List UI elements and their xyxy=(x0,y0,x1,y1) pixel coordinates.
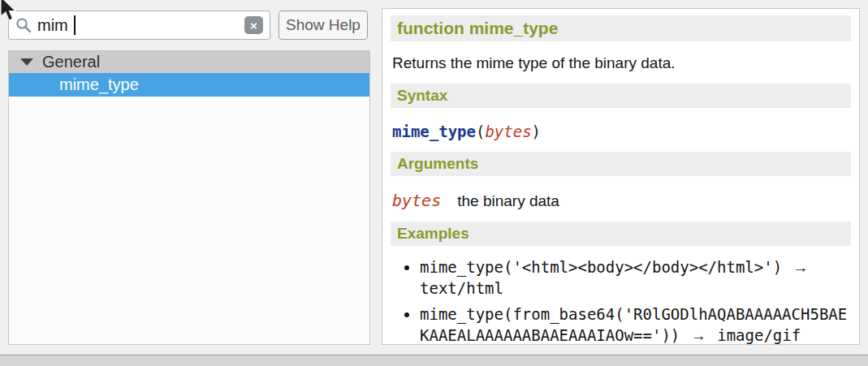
function-name: mime_type xyxy=(392,123,476,140)
show-help-button[interactable]: Show Help xyxy=(279,11,368,40)
example-code: mime_type('<html><body></body></html>') xyxy=(420,258,782,276)
clear-search-icon[interactable]: × xyxy=(244,16,263,34)
syntax-argument: bytes xyxy=(485,123,531,140)
syntax-code: mime_type(bytes) xyxy=(392,123,851,140)
example-item: mime_type(from_base64('R0lGODlhAQABAAAAA… xyxy=(420,304,851,345)
examples-list: mime_type('<html><body></body></html>') … xyxy=(391,257,851,345)
window-bottom-edge xyxy=(0,355,868,366)
tree-item-mime-type[interactable]: mime_type xyxy=(9,73,369,97)
example-result: text/html xyxy=(420,279,503,297)
function-description: Returns the mime type of the binary data… xyxy=(392,54,851,72)
search-input[interactable]: mim × xyxy=(8,11,270,40)
argument-row: bytes the binary data xyxy=(392,191,849,210)
text-cursor xyxy=(74,15,76,35)
search-value: mim xyxy=(37,16,68,35)
search-icon xyxy=(15,17,32,33)
collapse-triangle-icon[interactable] xyxy=(20,58,33,66)
tree-group-label: General xyxy=(42,53,100,71)
argument-description: the binary data xyxy=(457,192,559,210)
paren-close: ) xyxy=(532,123,541,140)
syntax-heading: Syntax xyxy=(391,84,851,108)
tree-group-general[interactable]: General xyxy=(9,51,369,73)
paren-open: ( xyxy=(476,123,485,140)
tree-item-label: mime_type xyxy=(59,75,139,94)
help-panel: function mime_type Returns the mime type… xyxy=(382,8,860,345)
arrow-icon: → xyxy=(689,327,708,344)
arguments-heading: Arguments xyxy=(391,152,851,176)
help-title: function mime_type xyxy=(391,15,851,41)
example-result: image/gif xyxy=(717,326,801,344)
examples-heading: Examples xyxy=(391,222,851,246)
function-tree: General mime_type xyxy=(8,50,370,345)
arrow-icon: → xyxy=(792,259,810,276)
example-item: mime_type('<html><body></body></html>') … xyxy=(420,257,851,299)
argument-name: bytes xyxy=(392,191,441,210)
